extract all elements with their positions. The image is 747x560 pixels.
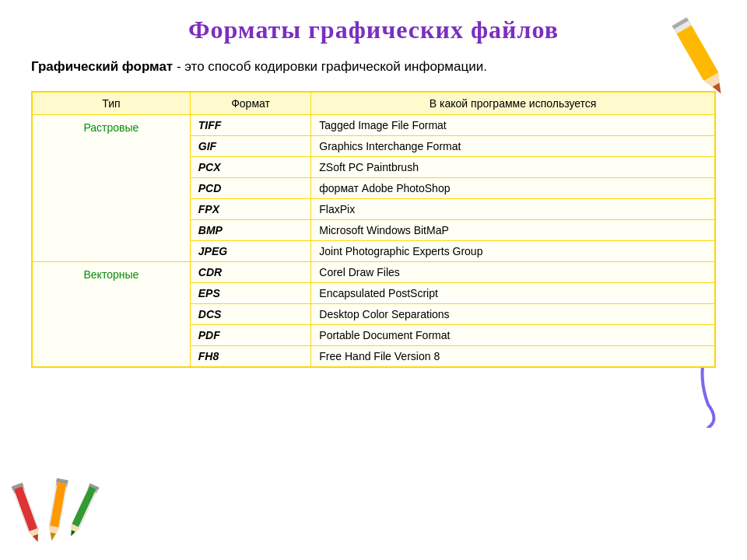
format-cell: DCS bbox=[190, 303, 311, 324]
format-cell: PCX bbox=[190, 156, 311, 177]
desc-cell: Free Hand File Version 8 bbox=[311, 345, 715, 367]
page: Форматы графических файлов Графический ф… bbox=[0, 0, 747, 560]
page-title: Форматы графических файлов bbox=[23, 16, 724, 44]
desc-cell: Portable Document Format bbox=[311, 324, 715, 345]
format-cell: CDR bbox=[190, 261, 311, 282]
format-cell: JPEG bbox=[190, 240, 311, 261]
table-wrapper: Тип Формат В какой программе используетс… bbox=[31, 91, 716, 368]
table-header-row: Тип Формат В какой программе используетс… bbox=[32, 92, 715, 115]
type-cell-vector: Векторные bbox=[32, 261, 190, 367]
format-cell: TIFF bbox=[190, 114, 311, 135]
desc-cell: Encapsulated PostScript bbox=[311, 282, 715, 303]
desc-cell: Graphics Interchange Format bbox=[311, 135, 715, 156]
desc-cell: ZSoft PC Paintbrush bbox=[311, 156, 715, 177]
desc-cell: Tagged Image File Format bbox=[311, 114, 715, 135]
desc-cell: FlaxPix bbox=[311, 198, 715, 219]
format-cell: FPX bbox=[190, 198, 311, 219]
desc-cell: Corel Draw Files bbox=[311, 261, 715, 282]
formats-table: Тип Формат В какой программе используетс… bbox=[31, 91, 716, 368]
format-cell: BMP bbox=[190, 219, 311, 240]
format-cell: PCD bbox=[190, 177, 311, 198]
desc-cell: формат Adobe PhotoShop bbox=[311, 177, 715, 198]
table-row: РастровыеTIFFTagged Image File Format bbox=[32, 114, 715, 135]
table-row: ВекторныеCDRCorel Draw Files bbox=[32, 261, 715, 282]
desc-cell: Joint Photographic Experts Group bbox=[311, 240, 715, 261]
type-cell-raster: Растровые bbox=[32, 114, 190, 261]
format-cell: FH8 bbox=[190, 345, 311, 367]
col-header-desc: В какой программе используется bbox=[311, 92, 715, 115]
format-cell: EPS bbox=[190, 282, 311, 303]
desc-cell: Desktop Color Separations bbox=[311, 303, 715, 324]
format-cell: PDF bbox=[190, 324, 311, 345]
description-rest: - это способ кодировки графической инфор… bbox=[173, 59, 487, 74]
col-header-type: Тип bbox=[32, 92, 190, 115]
desc-cell: Microsoft Windows BitMaP bbox=[311, 219, 715, 240]
description: Графический формат - это способ кодировк… bbox=[31, 57, 724, 77]
format-cell: GIF bbox=[190, 135, 311, 156]
description-bold: Графический формат bbox=[31, 59, 173, 74]
col-header-format: Формат bbox=[190, 92, 311, 115]
